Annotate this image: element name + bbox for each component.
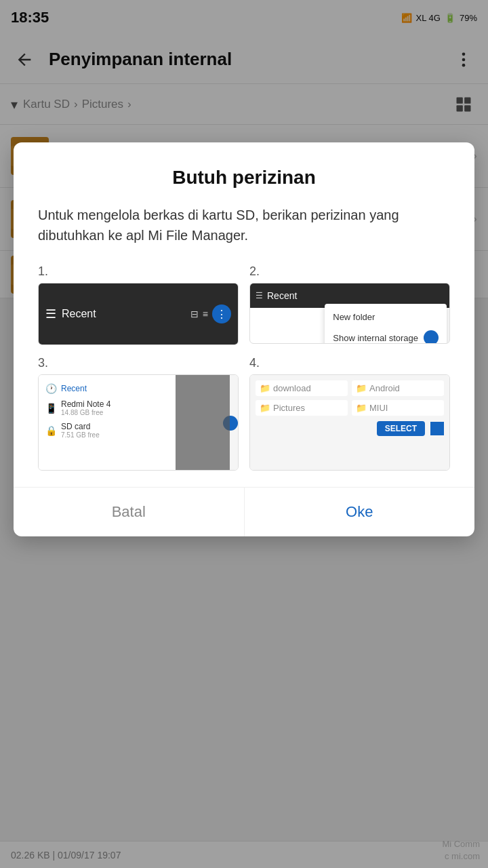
folder-name: MIUI [369,403,388,413]
step2-title-label: Recent [267,290,297,301]
step-2-num: 2. [249,264,450,279]
ok-button[interactable]: Oke [245,488,475,536]
list-icon: ⊟ [190,309,199,319]
step1-title-label: Recent [62,308,96,320]
step-3: 3. 🕐 Recent 📱 Redmi Note 4 [38,356,239,471]
step-1-image: ☰ Recent ⊟ ≡ ⋮ [38,283,239,345]
step-2: 2. ☰ Recent New folder Show internal sto… [249,264,450,345]
step3-overlay [176,375,230,470]
folder-name: Android [369,383,400,393]
step-2-image: ☰ Recent New folder Show internal storag… [249,283,450,344]
step3-drawer: 🕐 Recent 📱 Redmi Note 4 14.88 GB free [39,375,176,470]
modal-description: Untuk mengelola berkas di kartu SD, beri… [38,205,450,245]
sort-icon: ≡ [203,309,208,319]
show-internal-storage-item: Show internal storage [325,326,447,344]
folder-icon-small: 📁 [356,383,367,393]
recent-label: Recent [61,384,87,393]
hamburger-icon: ☰ [45,307,56,321]
select-label[interactable]: SELECT [377,421,425,436]
folder-download: 📁 download [256,380,348,396]
sdcard-label: SD card [61,422,100,431]
drawer-item-recent: 🕐 Recent [44,380,170,397]
modal-actions: Batal Oke [14,487,474,536]
drawer-item-sdcard: 🔒 SD card 7.51 GB free [44,419,170,441]
show-internal-label: Show internal storage [333,333,418,343]
modal-title: Butuh perizinan [38,167,450,189]
more-dot: ⋮ [212,304,231,323]
step-1-num: 1. [38,264,239,279]
step-4-image: 📁 download 📁 Android 📁 Pictures [249,374,450,471]
new-folder-item: New folder [325,308,447,326]
folder-name: Pictures [273,403,305,413]
step2-dropdown-menu: New folder Show internal storage [325,304,447,344]
folder-android: 📁 Android [352,380,444,396]
step-4-num: 4. [249,356,450,370]
select-button-container: SELECT [256,421,444,436]
step4-dot [430,422,444,435]
permission-modal: Butuh perizinan Untuk mengelola berkas d… [14,142,474,536]
phone-icon: 📱 [45,403,57,414]
step-3-num: 3. [38,356,239,370]
folder-icon-small: 📁 [260,403,270,413]
phone-storage: 14.88 GB free [61,409,110,416]
folder-name: download [273,383,311,393]
steps-grid: 1. ☰ Recent ⊟ ≡ ⋮ 2. [38,264,450,471]
step4-folder-grid: 📁 download 📁 Android 📁 Pictures [256,380,444,416]
step-3-image: 🕐 Recent 📱 Redmi Note 4 14.88 GB free [38,374,239,471]
highlight-dot [424,330,439,344]
folder-miui: 📁 MIUI [352,400,444,416]
drawer-item-phone: 📱 Redmi Note 4 14.88 GB free [44,397,170,419]
cancel-button[interactable]: Batal [14,488,245,536]
hamburger-icon-2: ☰ [256,291,263,300]
clock-icon: 🕐 [45,383,57,394]
folder-icon-small: 📁 [356,403,367,413]
step1-action-icons: ⊟ ≡ ⋮ [190,304,231,323]
sdcard-storage: 7.51 GB free [61,431,100,439]
folder-pictures: 📁 Pictures [256,400,348,416]
step-4: 4. 📁 download 📁 Android [249,356,450,471]
phone-label: Redmi Note 4 [61,399,110,409]
step-1: 1. ☰ Recent ⊟ ≡ ⋮ [38,264,239,345]
folder-icon-small: 📁 [260,383,270,393]
sdcard-icon: 🔒 [45,425,57,436]
modal-overlay: Butuh perizinan Untuk mengelola berkas d… [0,0,488,868]
